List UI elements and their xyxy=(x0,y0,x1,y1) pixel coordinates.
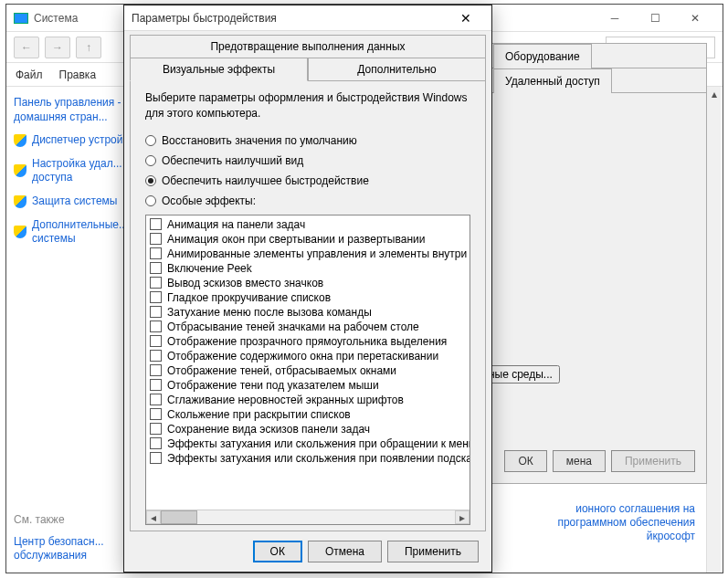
perf-titlebar: Параметры быстродействия ✕ xyxy=(124,5,491,31)
scroll-up-icon[interactable]: ▴ xyxy=(707,87,721,101)
system-icon xyxy=(14,13,28,24)
perf-ok-button[interactable]: ОК xyxy=(253,541,302,562)
effect-item[interactable]: Гладкое прокручивание списков xyxy=(148,290,468,305)
effect-label: Анимированные элементы управления и элем… xyxy=(167,247,470,260)
effect-label: Отбрасывание теней значками на рабочем с… xyxy=(167,321,419,333)
perf-close-button[interactable]: ✕ xyxy=(448,6,484,30)
menu-edit[interactable]: Правка xyxy=(59,68,97,81)
checkbox-icon[interactable] xyxy=(150,262,162,274)
effect-label: Отображение тени под указателем мыши xyxy=(167,379,379,392)
checkbox-icon[interactable] xyxy=(150,306,162,318)
system-scrollbar[interactable]: ▴ xyxy=(706,87,721,573)
effect-label: Анимация на панели задач xyxy=(167,218,305,231)
checkbox-icon[interactable] xyxy=(150,321,162,332)
effect-label: Гладкое прокручивание списков xyxy=(167,291,331,304)
subdialog-apply-button[interactable]: Применить xyxy=(611,450,695,472)
checkbox-icon[interactable] xyxy=(150,437,162,449)
scroll-thumb[interactable] xyxy=(161,510,197,524)
checkbox-icon[interactable] xyxy=(150,423,162,435)
radio-custom[interactable]: Особые эффекты: xyxy=(145,194,470,207)
effect-item[interactable]: Отображение теней, отбрасываемых окнами xyxy=(148,363,468,378)
effect-item[interactable]: Сохранение вида эскизов панели задач xyxy=(148,422,468,436)
radio-best-performance[interactable]: Обеспечить наилучшее быстродействие xyxy=(145,174,470,187)
checkbox-icon[interactable] xyxy=(150,408,162,420)
tab-dep[interactable]: Предотвращение выполнения данных xyxy=(130,35,486,58)
license-link-2[interactable]: программном обеспечения xyxy=(557,516,695,529)
close-button[interactable]: ✕ xyxy=(675,5,715,31)
license-link-1[interactable]: ионного соглашения на xyxy=(575,502,695,515)
scroll-left-icon[interactable]: ◂ xyxy=(146,510,161,524)
effect-label: Отображение содержимого окна при перетас… xyxy=(167,350,438,363)
checkbox-icon[interactable] xyxy=(150,452,162,464)
effect-label: Сохранение вида эскизов панели задач xyxy=(167,423,370,436)
effect-item[interactable]: Эффекты затухания или скольжения при поя… xyxy=(148,451,468,466)
shield-icon xyxy=(14,226,26,238)
checkbox-icon[interactable] xyxy=(150,277,162,289)
maximize-button[interactable]: ☐ xyxy=(635,5,675,31)
performance-options-dialog: Параметры быстродействия ✕ Предотвращени… xyxy=(123,5,492,573)
radio-restore-defaults[interactable]: Восстановить значения по умолчанию xyxy=(145,134,470,147)
radio-icon xyxy=(145,195,156,206)
checkbox-icon[interactable] xyxy=(150,379,162,391)
system-title: Система xyxy=(34,12,78,25)
nav-up-button[interactable]: ↑ xyxy=(76,37,101,58)
effect-label: Затухание меню после вызова команды xyxy=(167,306,372,319)
effect-item[interactable]: Скольжение при раскрытии списков xyxy=(148,407,468,422)
effects-listbox: Анимация на панели задачАнимация окон пр… xyxy=(145,215,470,525)
shield-icon xyxy=(14,195,26,208)
subdialog-cancel-button[interactable]: мена xyxy=(553,450,606,472)
perf-apply-button[interactable]: Применить xyxy=(387,541,479,562)
shield-icon xyxy=(14,164,26,177)
checkbox-icon[interactable] xyxy=(150,335,162,347)
checkbox-icon[interactable] xyxy=(150,394,162,405)
effect-item[interactable]: Сглаживание неровностей экранных шрифтов xyxy=(148,393,468,407)
checkbox-icon[interactable] xyxy=(150,291,162,303)
tab-visual-effects[interactable]: Визуальные эффекты xyxy=(130,58,308,81)
effect-item[interactable]: Анимированные элементы управления и элем… xyxy=(148,247,468,261)
effect-label: Эффекты затухания или скольжения при обр… xyxy=(167,437,470,450)
minimize-button[interactable]: ─ xyxy=(595,5,635,31)
effect-item[interactable]: Эффекты затухания или скольжения при обр… xyxy=(148,436,468,451)
nav-back-button[interactable]: ← xyxy=(14,37,39,58)
effect-item[interactable]: Включение Peek xyxy=(148,261,468,276)
effect-label: Эффекты затухания или скольжения при поя… xyxy=(167,452,470,465)
perf-cancel-button[interactable]: Отмена xyxy=(308,541,382,562)
checkbox-icon[interactable] xyxy=(150,350,162,362)
license-link-3[interactable]: йкрософт xyxy=(647,530,695,542)
effect-label: Отображение теней, отбрасываемых окнами xyxy=(167,364,396,377)
menu-file[interactable]: Файл xyxy=(16,68,43,81)
radio-best-appearance[interactable]: Обеспечить наилучший вид xyxy=(145,154,470,167)
effect-item[interactable]: Анимация на панели задач xyxy=(148,217,468,232)
effect-label: Отображение прозрачного прямоугольника в… xyxy=(167,335,447,348)
effect-item[interactable]: Анимация окон при свертывании и разверты… xyxy=(148,232,468,247)
tab-remote-access[interactable]: Удаленный доступ xyxy=(493,68,612,93)
effect-item[interactable]: Отображение тени под указателем мыши xyxy=(148,378,468,393)
radio-icon xyxy=(145,155,156,166)
checkbox-icon[interactable] xyxy=(150,364,162,376)
effect-item[interactable]: Вывод эскизов вместо значков xyxy=(148,276,468,290)
effect-item[interactable]: Отбрасывание теней значками на рабочем с… xyxy=(148,320,468,334)
scroll-right-icon[interactable]: ▸ xyxy=(455,510,470,524)
effect-item[interactable]: Отображение прозрачного прямоугольника в… xyxy=(148,334,468,349)
perf-description: Выберите параметры оформления и быстроде… xyxy=(145,90,470,121)
radio-icon xyxy=(145,175,156,186)
checkbox-icon[interactable] xyxy=(150,247,162,259)
effect-label: Анимация окон при свертывании и разверты… xyxy=(167,233,425,246)
effect-item[interactable]: Отображение содержимого окна при перетас… xyxy=(148,349,468,363)
radio-icon xyxy=(145,135,156,146)
effect-label: Вывод эскизов вместо значков xyxy=(167,277,323,289)
effect-label: Включение Peek xyxy=(167,262,252,275)
effects-hscrollbar[interactable]: ◂ ▸ xyxy=(146,510,470,524)
nav-forward-button[interactable]: → xyxy=(45,37,70,58)
effect-label: Скольжение при раскрытии списков xyxy=(167,408,351,421)
tab-advanced[interactable]: Дополнительно xyxy=(308,58,486,81)
checkbox-icon[interactable] xyxy=(150,233,162,245)
effects-list[interactable]: Анимация на панели задачАнимация окон пр… xyxy=(146,215,470,510)
shield-icon xyxy=(14,134,26,147)
tab-hardware[interactable]: Оборудование xyxy=(493,44,592,68)
effect-label: Сглаживание неровностей экранных шрифтов xyxy=(167,394,404,406)
checkbox-icon[interactable] xyxy=(150,218,162,230)
effect-item[interactable]: Затухание меню после вызова команды xyxy=(148,305,468,320)
subdialog-ok-button[interactable]: ОК xyxy=(504,450,546,472)
perf-title: Параметры быстродействия xyxy=(132,12,277,25)
